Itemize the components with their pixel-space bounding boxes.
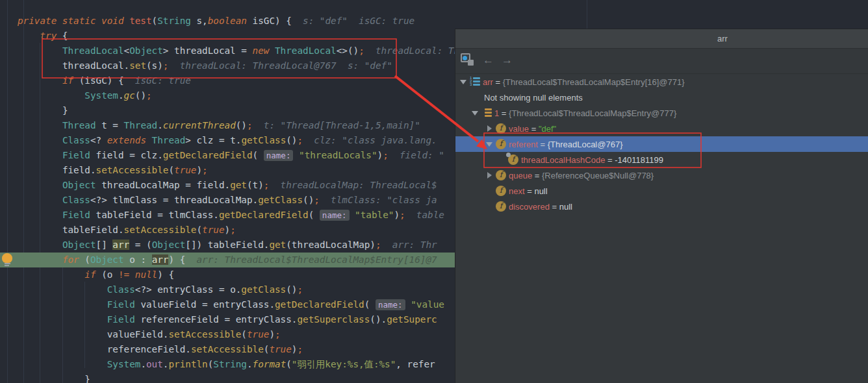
- code-token: threadLocalMap = field: [96, 180, 225, 190]
- code-token: extends: [107, 135, 146, 145]
- bulb-base: [5, 263, 10, 264]
- code-token: String: [213, 359, 247, 369]
- ide-window: private static void test(String s,boolea…: [0, 0, 868, 383]
- code-token: <: [90, 135, 96, 145]
- code-token: tableField: [208, 240, 264, 250]
- back-arrow-icon[interactable]: ←: [483, 54, 494, 67]
- code-token: !=: [118, 269, 129, 280]
- tree-row-queue[interactable]: fqueue = {ReferenceQueue$Null@778}: [455, 167, 868, 183]
- code-line[interactable]: private static void test(String s,boolea…: [0, 14, 868, 29]
- code-token: .: [118, 90, 124, 101]
- code-token: .: [247, 359, 253, 369]
- array-icon: 123: [470, 77, 480, 86]
- inspect-icon-small-square: [468, 60, 474, 66]
- tree-row-referent[interactable]: freferent = {ThreadLocal@767}: [455, 136, 868, 152]
- code-token: ): [377, 150, 383, 160]
- variable-name: value: [509, 124, 529, 134]
- code-token: null: [129, 269, 157, 280]
- debugger-inline-hint: table: [405, 210, 444, 220]
- intention-bulb-icon[interactable]: [2, 253, 13, 266]
- code-token: ;: [359, 45, 364, 56]
- code-token: "弱引用key:%s,值:%s": [292, 359, 396, 369]
- inspect-variables-icon[interactable]: [461, 53, 475, 67]
- expand-toggle[interactable]: [485, 139, 496, 149]
- debugger-inline-hint: isGC: true: [124, 75, 191, 86]
- code-token: System: [107, 359, 141, 369]
- code-token: ;: [230, 225, 236, 235]
- code-token: }: [84, 374, 90, 383]
- code-token: refer: [407, 359, 435, 369]
- code-token: = (: [129, 240, 151, 250]
- code-token: .: [253, 195, 259, 205]
- code-token: .: [157, 150, 163, 160]
- code-token: Thread: [146, 135, 185, 145]
- code-token: (: [146, 60, 152, 71]
- expand-spacer: [485, 186, 496, 196]
- code-token: >: [185, 135, 196, 145]
- code-token: setAccessible: [96, 165, 169, 175]
- field-icon: f: [496, 186, 506, 196]
- variable-name: threadLocalHashCode: [521, 155, 605, 165]
- tree-row-value[interactable]: fvalue = "def": [455, 121, 868, 136]
- code-token: tableField: [62, 225, 118, 235]
- code-token: "table": [350, 210, 394, 220]
- code-token: ): [394, 210, 400, 220]
- variables-tree[interactable]: 123arr = {ThreadLocal$ThreadLocalMap$Ent…: [455, 74, 868, 214]
- code-token: .: [225, 180, 231, 190]
- code-token: ,: [202, 16, 208, 26]
- debugger-inline-hint: tlmClass: "class ja: [320, 195, 437, 205]
- code-token: out: [146, 359, 163, 369]
- code-token: set: [129, 60, 146, 71]
- expand-spacer: [485, 201, 496, 212]
- code-token: ;: [202, 165, 208, 175]
- code-token: (: [241, 329, 247, 340]
- tree-row-next[interactable]: fnext = null: [455, 183, 868, 199]
- popup-title: arr: [717, 34, 728, 43]
- code-token: (: [253, 150, 264, 160]
- code-token: getDeclaredField: [219, 210, 309, 220]
- equals-separator: =: [538, 140, 548, 149]
- code-token: ?: [96, 135, 107, 145]
- variable-value: -1401181199: [615, 155, 663, 165]
- forward-arrow-icon[interactable]: →: [502, 54, 513, 67]
- code-token: []): [185, 240, 207, 250]
- tree-icon-cell: 123: [470, 77, 483, 87]
- tree-icon-cell: f: [508, 154, 521, 165]
- code-token: Field: [107, 314, 135, 325]
- variable-value: {ReferenceQueue$Null@778}: [542, 171, 654, 180]
- tree-icon-cell: f: [496, 170, 509, 180]
- popup-title-bar[interactable]: arr: [455, 29, 868, 49]
- tree-row-discovered[interactable]: fdiscovered = null: [455, 199, 868, 214]
- code-token: get: [230, 180, 247, 190]
- tree-row-arr[interactable]: 123arr = {ThreadLocal$ThreadLocalMap$Ent…: [455, 74, 868, 90]
- bulb-base: [5, 265, 9, 266]
- code-token: ThreadLocal: [62, 45, 124, 56]
- code-token: entryClass = o: [157, 284, 236, 295]
- code-token: ): [370, 240, 376, 250]
- inspect-icon-dot: [463, 56, 467, 60]
- code-token: isGC: [247, 16, 275, 26]
- code-token: valueField: [107, 329, 163, 340]
- code-token: s: [191, 16, 202, 26]
- tree-row-threadLocalHashCode[interactable]: fthreadLocalHashCode = -1401181199: [455, 152, 868, 167]
- code-token: boolean: [208, 16, 247, 26]
- code-token: .: [157, 120, 163, 130]
- tree-icon-cell: f: [496, 123, 509, 134]
- bulb-globe: [2, 253, 12, 263]
- tree-row-1[interactable]: 1 = {ThreadLocal$ThreadLocalMap$Entry@77…: [455, 105, 868, 121]
- expand-toggle[interactable]: [471, 108, 481, 118]
- debugger-inline-hint: arr: ThreadLocal$ThreadLocalMap$Entry[16…: [185, 254, 437, 265]
- code-token: .: [213, 210, 219, 220]
- code-token: ThreadLocal: [269, 45, 336, 56]
- code-token: setAccessible: [191, 344, 264, 354]
- code-token: ): [269, 329, 275, 340]
- expand-toggle[interactable]: [485, 170, 496, 180]
- variable-value: {ThreadLocal$ThreadLocalMap$Entry@777}: [509, 108, 676, 118]
- tree-note-row[interactable]: Not showing null elements: [455, 90, 868, 105]
- expand-toggle[interactable]: [459, 77, 470, 87]
- code-token: ): [258, 180, 264, 190]
- code-token: Object: [129, 45, 163, 56]
- code-token: getClass: [258, 195, 303, 205]
- debugger-inline-hint: t: "Thread[Thread-1,5,main]": [253, 120, 420, 130]
- expand-toggle[interactable]: [485, 123, 496, 134]
